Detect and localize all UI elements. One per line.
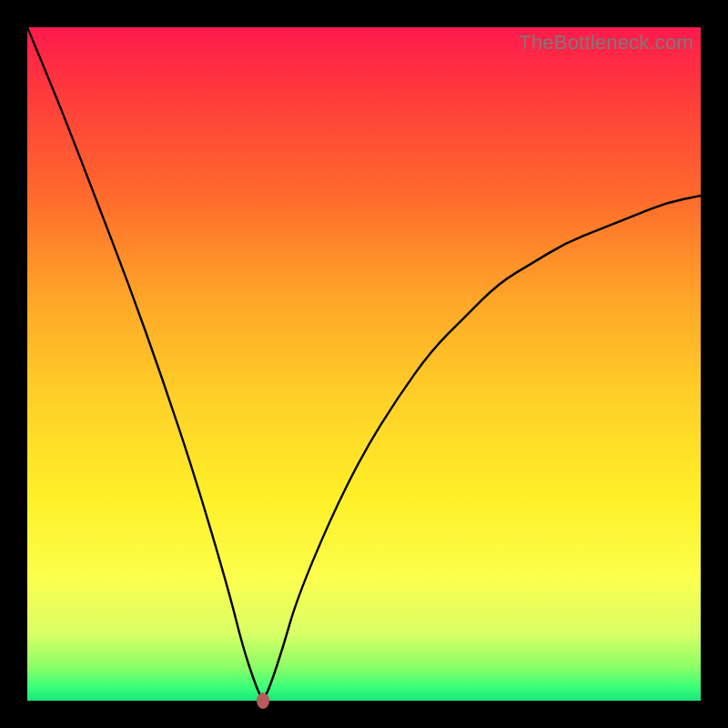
plot-area: TheBottleneck.com (27, 27, 701, 701)
curve-path (27, 27, 701, 697)
chart-frame: TheBottleneck.com (0, 0, 728, 728)
minimum-marker (257, 693, 269, 709)
bottleneck-curve (27, 27, 701, 701)
